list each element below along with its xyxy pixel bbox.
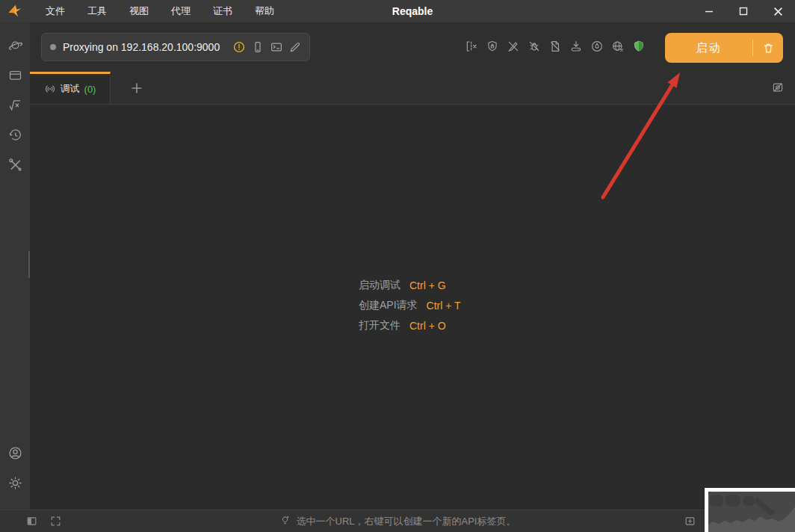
menu-view[interactable]: 视图 (118, 0, 160, 22)
shortcut-label: 打开文件 (359, 319, 400, 332)
menu-file[interactable]: 文件 (34, 0, 76, 22)
shortcut-keys: Ctrl + T (427, 300, 461, 312)
terminal-icon[interactable] (270, 40, 283, 54)
reqable-window: 文件 工具 视图 代理 证书 帮助 Reqable (0, 0, 795, 532)
proxy-status-dot (50, 44, 56, 50)
broadcast-icon (44, 83, 56, 95)
screen-thumbnail (705, 488, 795, 532)
fullscreen-icon[interactable] (49, 515, 62, 528)
warning-icon[interactable] (232, 40, 246, 54)
clear-trash-icon[interactable] (753, 33, 783, 63)
toolbar-icon-group (465, 40, 646, 53)
shortcut-open-file: 打开文件 Ctrl + O (359, 319, 461, 332)
proxy-address-bar[interactable]: Proxying on 192.168.20.100:9000 (41, 33, 310, 61)
screen-thumbnail-image (708, 492, 795, 532)
import-download-icon[interactable] (569, 40, 583, 53)
shortcut-start-debug: 启动调试 Ctrl + G (359, 279, 461, 292)
window-controls (692, 0, 795, 22)
reqable-logo-icon (6, 2, 24, 20)
start-button-label[interactable]: 启动 (665, 33, 752, 63)
settings-gear-icon[interactable] (0, 468, 30, 498)
collection-box-icon[interactable] (0, 60, 30, 90)
shortcut-create-api: 创建API请求 Ctrl + T (359, 299, 461, 312)
titlebar: 文件 工具 视图 代理 证书 帮助 Reqable (0, 0, 795, 22)
sidebar (0, 22, 30, 510)
account-icon[interactable] (0, 438, 30, 468)
main-content: 启动调试 Ctrl + G 创建API请求 Ctrl + T 打开文件 Ctrl… (30, 105, 795, 510)
statusbar-left-icons (25, 515, 62, 528)
history-icon[interactable] (0, 120, 30, 149)
mock-off-icon[interactable] (548, 40, 562, 53)
shortcut-label: 启动调试 (359, 279, 400, 292)
start-button[interactable]: 启动 (665, 33, 783, 63)
shortcut-keys: Ctrl + O (409, 320, 446, 332)
float-window-icon[interactable] (684, 515, 696, 528)
statusbar-tip-text: 选中一个URL，右键可以创建一个新的API标签页。 (297, 515, 516, 528)
tab-debug[interactable]: 调试 (0) (30, 72, 111, 104)
proxy-status-text: Proxying on 192.168.20.100:9000 (63, 41, 220, 53)
gateway-off-icon[interactable] (611, 40, 625, 53)
breakpoint-icon[interactable] (465, 40, 478, 53)
bug-off-icon[interactable] (528, 40, 541, 53)
panel-toggle-icon[interactable] (25, 515, 38, 528)
menu-proxy[interactable]: 代理 (160, 0, 202, 22)
statusbar: 选中一个URL，右键可以创建一个新的API标签页。 (0, 510, 795, 532)
edit-pencil-icon[interactable] (288, 40, 302, 54)
menu-certificate[interactable]: 证书 (202, 0, 244, 22)
menubar: 文件 工具 视图 代理 证书 帮助 (34, 0, 285, 22)
toolbar: Proxying on 192.168.20.100:9000 (30, 22, 795, 72)
rewrite-off-icon[interactable] (507, 40, 520, 53)
certificate-shield-icon[interactable] (632, 40, 646, 53)
shortcut-hints: 启动调试 Ctrl + G 创建API请求 Ctrl + T 打开文件 Ctrl… (359, 279, 461, 332)
preview-off-icon[interactable] (771, 81, 785, 94)
tabbar: 调试 (0) (30, 72, 795, 105)
shield-lock-icon[interactable] (486, 40, 499, 53)
traffic-planet-icon[interactable] (0, 30, 30, 60)
shortcut-keys: Ctrl + G (409, 279, 446, 291)
window-title: Reqable (392, 5, 433, 17)
sidebar-drag-handle[interactable] (28, 251, 30, 278)
shortcut-label: 创建API请求 (359, 299, 418, 312)
tip-bulb-icon (279, 515, 292, 528)
menu-tools[interactable]: 工具 (76, 0, 118, 22)
add-tab-icon[interactable] (121, 72, 152, 104)
close-icon[interactable] (761, 0, 795, 22)
tab-debug-label: 调试 (61, 82, 80, 96)
throttle-drop-icon[interactable] (590, 40, 604, 53)
phone-icon[interactable] (251, 40, 265, 54)
tab-debug-count: (0) (84, 84, 96, 95)
menu-help[interactable]: 帮助 (244, 0, 285, 22)
statusbar-tip: 选中一个URL，右键可以创建一个新的API标签页。 (279, 515, 516, 528)
formula-icon[interactable] (0, 90, 30, 120)
toolbox-icon[interactable] (0, 149, 30, 179)
maximize-icon[interactable] (726, 0, 761, 22)
minimize-icon[interactable] (692, 0, 726, 22)
